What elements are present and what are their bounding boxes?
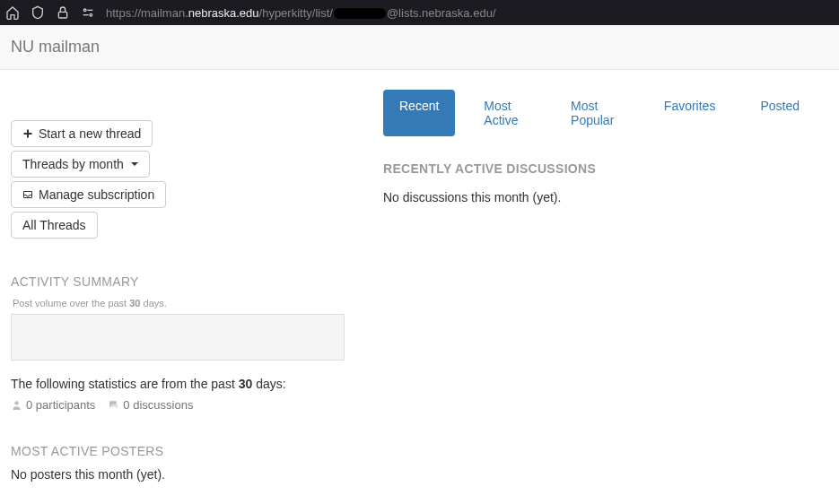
tab-most-popular[interactable]: Most Popular: [555, 90, 635, 136]
svg-rect-6: [24, 133, 32, 135]
discussions-count: 0: [123, 398, 129, 412]
all-threads-button[interactable]: All Threads: [11, 212, 98, 239]
manage-subscription-label: Manage subscription: [39, 187, 154, 202]
stats-days: 30: [239, 377, 253, 391]
browser-address-bar: https://mailman.nebraska.edu/hyperkitty/…: [0, 0, 839, 25]
manage-subscription-button[interactable]: Manage subscription: [11, 181, 166, 208]
sidebar-actions: Start a new thread Threads by month Mana…: [11, 120, 362, 242]
lock-icon[interactable]: [56, 5, 70, 20]
activity-summary-heading: ACTIVITY SUMMARY: [11, 274, 362, 289]
discussions-label: discussions: [133, 398, 193, 412]
threads-by-month-dropdown[interactable]: Threads by month: [11, 151, 150, 178]
no-discussions-message: No discussions this month (yet).: [383, 190, 828, 204]
svg-point-3: [90, 13, 92, 16]
start-new-thread-label: Start a new thread: [39, 126, 141, 141]
threads-by-month-label: Threads by month: [22, 157, 124, 171]
svg-rect-0: [58, 12, 66, 18]
tab-recent[interactable]: Recent: [383, 90, 455, 136]
no-posters-message: No posters this month (yet).: [11, 467, 362, 482]
site-header: NU mailman: [0, 25, 839, 70]
inbox-icon: [22, 189, 33, 200]
site-title-link[interactable]: NU mailman: [11, 38, 100, 56]
discussions-stat: 0 discussions: [108, 398, 193, 412]
participants-label: participants: [36, 398, 95, 412]
chevron-down-icon: [131, 162, 138, 166]
stats-intro-prefix: The following statistics are from the pa…: [11, 377, 239, 391]
plus-icon: [22, 128, 33, 139]
participants-count: 0: [26, 398, 32, 412]
post-volume-chart: [11, 314, 345, 361]
shield-icon[interactable]: [31, 5, 45, 20]
url-path1: /hyperkitty/list/: [259, 6, 333, 20]
user-icon: [11, 399, 22, 411]
all-threads-label: All Threads: [22, 218, 86, 232]
post-volume-days: 30: [129, 298, 140, 308]
stats-row: 0 participants 0 discussions: [11, 398, 362, 412]
tab-favorites[interactable]: Favorites: [648, 90, 732, 136]
discussion-tabs: Recent Most Active Most Popular Favorite…: [383, 90, 828, 136]
main-content: Recent Most Active Most Popular Favorite…: [372, 88, 839, 482]
url-path2: @lists.nebraska.edu/: [387, 6, 496, 20]
most-active-posters-heading: MOST ACTIVE POSTERS: [11, 444, 362, 458]
tab-most-active[interactable]: Most Active: [468, 90, 542, 136]
home-icon[interactable]: [5, 5, 20, 20]
stats-intro: The following statistics are from the pa…: [11, 377, 362, 391]
post-volume-label: Post volume over the past 30 days.: [11, 294, 362, 314]
participants-stat: 0 participants: [11, 398, 95, 412]
sidebar: Start a new thread Threads by month Mana…: [0, 88, 372, 482]
recently-active-heading: RECENTLY ACTIVE DISCUSSIONS: [383, 161, 828, 176]
stats-intro-suffix: days:: [252, 377, 285, 391]
url-redacted: [334, 8, 386, 19]
url-display[interactable]: https://mailman.nebraska.edu/hyperkitty/…: [106, 6, 496, 20]
page-body: Start a new thread Threads by month Mana…: [0, 70, 839, 482]
start-new-thread-button[interactable]: Start a new thread: [11, 120, 153, 147]
svg-point-1: [83, 9, 86, 12]
url-prefix: https://mailman.: [106, 6, 188, 20]
comments-icon: [108, 399, 119, 411]
url-domain: nebraska.edu: [188, 6, 259, 20]
svg-point-7: [14, 401, 18, 404]
permissions-icon[interactable]: [81, 5, 95, 20]
tab-posted[interactable]: Posted: [744, 90, 816, 136]
